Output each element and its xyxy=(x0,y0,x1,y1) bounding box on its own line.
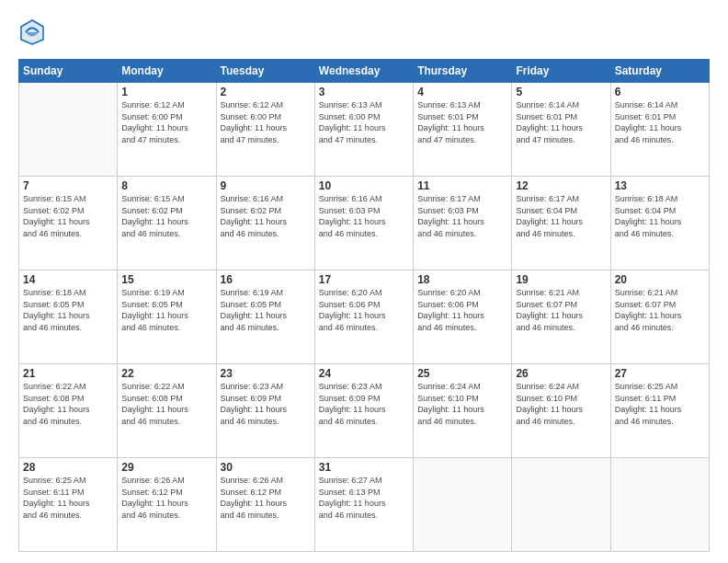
calendar-cell: 22Sunrise: 6:22 AM Sunset: 6:08 PM Dayli… xyxy=(118,364,216,458)
calendar-cell: 26Sunrise: 6:24 AM Sunset: 6:10 PM Dayli… xyxy=(512,364,610,458)
day-number: 22 xyxy=(121,367,211,380)
col-wednesday: Wednesday xyxy=(314,60,413,83)
calendar-cell: 10Sunrise: 6:16 AM Sunset: 6:03 PM Dayli… xyxy=(314,177,413,270)
calendar-cell xyxy=(610,458,709,552)
day-number: 19 xyxy=(516,273,606,286)
day-info: Sunrise: 6:16 AM Sunset: 6:02 PM Dayligh… xyxy=(221,193,311,239)
day-number: 25 xyxy=(417,367,507,380)
calendar-cell: 3Sunrise: 6:13 AM Sunset: 6:00 PM Daylig… xyxy=(314,83,413,177)
day-info: Sunrise: 6:23 AM Sunset: 6:09 PM Dayligh… xyxy=(319,381,409,427)
day-number: 18 xyxy=(417,273,507,286)
calendar-cell: 17Sunrise: 6:20 AM Sunset: 6:06 PM Dayli… xyxy=(314,270,413,364)
day-info: Sunrise: 6:17 AM Sunset: 6:03 PM Dayligh… xyxy=(417,193,507,239)
calendar-week-row: 1Sunrise: 6:12 AM Sunset: 6:00 PM Daylig… xyxy=(19,83,710,177)
day-info: Sunrise: 6:22 AM Sunset: 6:08 PM Dayligh… xyxy=(23,381,113,427)
day-info: Sunrise: 6:20 AM Sunset: 6:06 PM Dayligh… xyxy=(319,287,409,333)
day-number: 17 xyxy=(319,273,409,286)
day-number: 28 xyxy=(23,461,113,474)
day-info: Sunrise: 6:27 AM Sunset: 6:13 PM Dayligh… xyxy=(319,475,409,521)
calendar-cell: 9Sunrise: 6:16 AM Sunset: 6:02 PM Daylig… xyxy=(216,177,314,270)
calendar-cell: 16Sunrise: 6:19 AM Sunset: 6:05 PM Dayli… xyxy=(216,270,314,364)
calendar-cell: 1Sunrise: 6:12 AM Sunset: 6:00 PM Daylig… xyxy=(118,83,216,177)
calendar-cell: 8Sunrise: 6:15 AM Sunset: 6:02 PM Daylig… xyxy=(118,177,216,270)
col-tuesday: Tuesday xyxy=(216,60,314,83)
calendar-cell: 24Sunrise: 6:23 AM Sunset: 6:09 PM Dayli… xyxy=(314,364,413,458)
calendar-cell: 20Sunrise: 6:21 AM Sunset: 6:07 PM Dayli… xyxy=(610,270,709,364)
calendar-week-row: 7Sunrise: 6:15 AM Sunset: 6:02 PM Daylig… xyxy=(19,177,710,270)
calendar-cell xyxy=(19,83,118,177)
day-info: Sunrise: 6:13 AM Sunset: 6:01 PM Dayligh… xyxy=(417,99,507,145)
calendar-cell: 28Sunrise: 6:25 AM Sunset: 6:11 PM Dayli… xyxy=(19,458,118,552)
day-number: 16 xyxy=(221,273,311,286)
day-info: Sunrise: 6:15 AM Sunset: 6:02 PM Dayligh… xyxy=(23,193,113,239)
day-info: Sunrise: 6:23 AM Sunset: 6:09 PM Dayligh… xyxy=(221,381,311,427)
day-number: 12 xyxy=(516,179,606,192)
day-info: Sunrise: 6:20 AM Sunset: 6:06 PM Dayligh… xyxy=(417,287,507,333)
calendar-cell: 23Sunrise: 6:23 AM Sunset: 6:09 PM Dayli… xyxy=(216,364,314,458)
col-sunday: Sunday xyxy=(19,60,118,83)
day-number: 24 xyxy=(319,367,409,380)
day-info: Sunrise: 6:17 AM Sunset: 6:04 PM Dayligh… xyxy=(516,193,606,239)
calendar-cell: 25Sunrise: 6:24 AM Sunset: 6:10 PM Dayli… xyxy=(414,364,512,458)
col-friday: Friday xyxy=(512,60,610,83)
day-number: 27 xyxy=(615,367,705,380)
calendar-cell: 15Sunrise: 6:19 AM Sunset: 6:05 PM Dayli… xyxy=(118,270,216,364)
calendar-cell: 19Sunrise: 6:21 AM Sunset: 6:07 PM Dayli… xyxy=(512,270,610,364)
day-info: Sunrise: 6:24 AM Sunset: 6:10 PM Dayligh… xyxy=(417,381,507,427)
day-info: Sunrise: 6:15 AM Sunset: 6:02 PM Dayligh… xyxy=(121,193,211,239)
day-number: 4 xyxy=(417,86,507,98)
day-number: 23 xyxy=(221,367,311,380)
page: Sunday Monday Tuesday Wednesday Thursday… xyxy=(0,0,728,563)
day-number: 5 xyxy=(516,86,606,98)
calendar-cell: 18Sunrise: 6:20 AM Sunset: 6:06 PM Dayli… xyxy=(414,270,512,364)
day-info: Sunrise: 6:26 AM Sunset: 6:12 PM Dayligh… xyxy=(221,475,311,521)
logo-icon xyxy=(18,17,46,48)
calendar-cell: 11Sunrise: 6:17 AM Sunset: 6:03 PM Dayli… xyxy=(414,177,512,270)
calendar-cell: 2Sunrise: 6:12 AM Sunset: 6:00 PM Daylig… xyxy=(216,83,314,177)
day-info: Sunrise: 6:21 AM Sunset: 6:07 PM Dayligh… xyxy=(516,287,606,333)
day-number: 7 xyxy=(23,179,113,192)
day-number: 13 xyxy=(615,179,705,192)
day-number: 30 xyxy=(221,461,311,474)
day-info: Sunrise: 6:21 AM Sunset: 6:07 PM Dayligh… xyxy=(615,287,705,333)
calendar-cell: 31Sunrise: 6:27 AM Sunset: 6:13 PM Dayli… xyxy=(314,458,413,552)
day-number: 10 xyxy=(319,179,409,192)
calendar-cell: 6Sunrise: 6:14 AM Sunset: 6:01 PM Daylig… xyxy=(610,83,709,177)
calendar-cell: 13Sunrise: 6:18 AM Sunset: 6:04 PM Dayli… xyxy=(610,177,709,270)
calendar-week-row: 14Sunrise: 6:18 AM Sunset: 6:05 PM Dayli… xyxy=(19,270,710,364)
calendar-cell: 30Sunrise: 6:26 AM Sunset: 6:12 PM Dayli… xyxy=(216,458,314,552)
day-number: 21 xyxy=(23,367,113,380)
day-info: Sunrise: 6:18 AM Sunset: 6:05 PM Dayligh… xyxy=(23,287,113,333)
day-number: 29 xyxy=(121,461,211,474)
calendar-cell: 14Sunrise: 6:18 AM Sunset: 6:05 PM Dayli… xyxy=(19,270,118,364)
day-number: 14 xyxy=(23,273,113,286)
day-info: Sunrise: 6:24 AM Sunset: 6:10 PM Dayligh… xyxy=(516,381,606,427)
calendar-header-row: Sunday Monday Tuesday Wednesday Thursday… xyxy=(19,60,710,83)
calendar-cell: 12Sunrise: 6:17 AM Sunset: 6:04 PM Dayli… xyxy=(512,177,610,270)
calendar-cell xyxy=(414,458,512,552)
calendar-week-row: 28Sunrise: 6:25 AM Sunset: 6:11 PM Dayli… xyxy=(19,458,710,552)
day-number: 31 xyxy=(319,461,409,474)
day-info: Sunrise: 6:16 AM Sunset: 6:03 PM Dayligh… xyxy=(319,193,409,239)
calendar-cell: 4Sunrise: 6:13 AM Sunset: 6:01 PM Daylig… xyxy=(414,83,512,177)
day-number: 1 xyxy=(121,86,211,98)
calendar-cell: 27Sunrise: 6:25 AM Sunset: 6:11 PM Dayli… xyxy=(610,364,709,458)
day-number: 8 xyxy=(121,179,211,192)
calendar-body: 1Sunrise: 6:12 AM Sunset: 6:00 PM Daylig… xyxy=(19,83,710,552)
day-number: 15 xyxy=(121,273,211,286)
day-info: Sunrise: 6:18 AM Sunset: 6:04 PM Dayligh… xyxy=(615,193,705,239)
day-number: 2 xyxy=(221,86,311,98)
day-info: Sunrise: 6:14 AM Sunset: 6:01 PM Dayligh… xyxy=(615,99,705,145)
calendar-cell: 7Sunrise: 6:15 AM Sunset: 6:02 PM Daylig… xyxy=(19,177,118,270)
col-saturday: Saturday xyxy=(610,60,709,83)
calendar-cell: 5Sunrise: 6:14 AM Sunset: 6:01 PM Daylig… xyxy=(512,83,610,177)
day-info: Sunrise: 6:12 AM Sunset: 6:00 PM Dayligh… xyxy=(121,99,211,145)
day-number: 20 xyxy=(615,273,705,286)
day-info: Sunrise: 6:13 AM Sunset: 6:00 PM Dayligh… xyxy=(319,99,409,145)
col-monday: Monday xyxy=(118,60,216,83)
day-info: Sunrise: 6:12 AM Sunset: 6:00 PM Dayligh… xyxy=(221,99,311,145)
day-info: Sunrise: 6:19 AM Sunset: 6:05 PM Dayligh… xyxy=(221,287,311,333)
calendar-cell: 29Sunrise: 6:26 AM Sunset: 6:12 PM Dayli… xyxy=(118,458,216,552)
day-info: Sunrise: 6:25 AM Sunset: 6:11 PM Dayligh… xyxy=(23,475,113,521)
col-thursday: Thursday xyxy=(414,60,512,83)
